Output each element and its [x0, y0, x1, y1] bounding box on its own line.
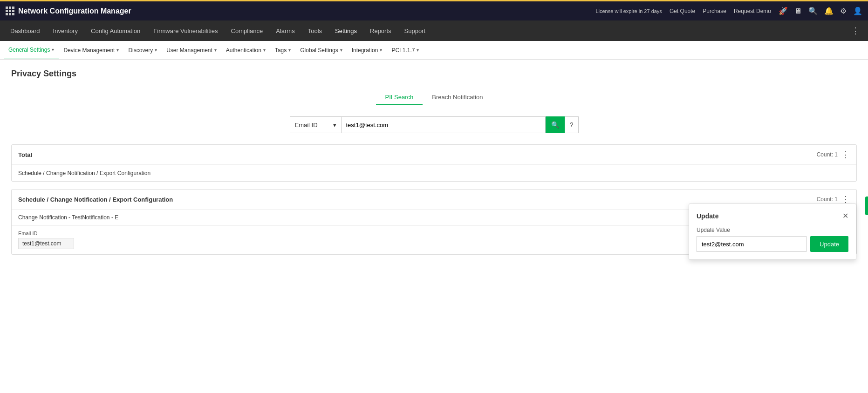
subnav-general-settings[interactable]: General Settings ▾ [4, 41, 59, 60]
nav-settings[interactable]: Settings [328, 20, 363, 41]
license-text: License will expire in 27 days [595, 8, 662, 14]
update-modal-header: Update ✕ [697, 211, 848, 220]
purchase-link[interactable]: Purchase [703, 8, 726, 14]
nav-inventory[interactable]: Inventory [47, 20, 84, 41]
total-more-icon[interactable]: ⋮ [841, 149, 850, 160]
total-title: Total [18, 151, 32, 158]
subnav-authentication[interactable]: Authentication ▾ [221, 41, 270, 60]
subnav-device-management[interactable]: Device Management ▾ [59, 41, 123, 60]
tab-breach-notification[interactable]: Breach Notification [423, 90, 492, 105]
scroll-hint [865, 196, 868, 215]
dropdown-arrow-icon: ▾ [333, 122, 336, 129]
subnav-tags[interactable]: Tags ▾ [270, 41, 295, 60]
tabs-container: PII Search Breach Notification [11, 90, 857, 105]
subnav-pci[interactable]: PCI 1.1.7 ▾ [387, 41, 424, 60]
inner-meta: Count: 1 ⋮ [817, 194, 850, 204]
top-bar-left: Network Configuration Manager [6, 7, 595, 15]
search-icon[interactable]: 🔍 [808, 7, 818, 15]
update-modal: Update ✕ Update Value Update [689, 203, 856, 260]
user-icon[interactable]: 👤 [853, 7, 862, 15]
request-demo-link[interactable]: Request Demo [734, 8, 771, 14]
inner-section: Schedule / Change Notification / Export … [11, 189, 857, 255]
chevron-down-icon: ▾ [340, 47, 342, 53]
subnav-integration[interactable]: Integration ▾ [347, 41, 387, 60]
search-input[interactable] [341, 116, 546, 133]
page-content: Privacy Settings PII Search Breach Notif… [0, 60, 868, 393]
update-value-input[interactable] [697, 236, 806, 252]
total-body: Schedule / Change Notification / Export … [12, 165, 856, 181]
update-button[interactable]: Update [810, 236, 848, 252]
total-count: Count: 1 [817, 151, 838, 158]
subnav-global-settings[interactable]: Global Settings ▾ [295, 41, 347, 60]
nav-compliance[interactable]: Compliance [225, 20, 270, 41]
rocket-icon[interactable]: 🚀 [779, 7, 788, 15]
nav-reports[interactable]: Reports [363, 20, 398, 41]
main-nav: Dashboard Inventory Config Automation Fi… [0, 20, 868, 41]
nav-alarms[interactable]: Alarms [269, 20, 301, 41]
subnav-discovery[interactable]: Discovery ▾ [123, 41, 162, 60]
chevron-down-icon: ▾ [52, 47, 54, 52]
tab-pii-search[interactable]: PII Search [376, 90, 423, 105]
help-button[interactable]: ? [565, 116, 579, 133]
nav-more-icon[interactable]: ⋮ [847, 26, 864, 36]
chevron-down-icon: ▾ [417, 47, 419, 53]
total-section-header: Total Count: 1 ⋮ [12, 145, 856, 165]
chevron-down-icon: ▾ [214, 47, 217, 53]
chevron-down-icon: ▾ [116, 47, 119, 53]
search-bar: Email ID ▾ 🔍 ? [290, 116, 579, 133]
update-value-label: Update Value [697, 227, 848, 233]
nav-support[interactable]: Support [398, 20, 432, 41]
total-body-text: Schedule / Change Notification / Export … [18, 170, 150, 176]
nav-dashboard[interactable]: Dashboard [4, 20, 47, 41]
total-section: Total Count: 1 ⋮ Schedule / Change Notif… [11, 144, 857, 182]
settings-icon[interactable]: ⚙ [840, 7, 847, 15]
sub-nav: General Settings ▾ Device Management ▾ D… [0, 41, 868, 60]
nav-tools[interactable]: Tools [301, 20, 328, 41]
nav-config-automation[interactable]: Config Automation [84, 20, 147, 41]
close-button[interactable]: ✕ [842, 211, 848, 220]
chevron-down-icon: ▾ [288, 47, 291, 53]
bell-icon[interactable]: 🔔 [824, 7, 834, 15]
search-type-select[interactable]: Email ID ▾ [290, 116, 341, 133]
update-modal-title: Update [697, 212, 718, 220]
chevron-down-icon: ▾ [155, 47, 157, 53]
email-value: test1@test.com [18, 238, 74, 249]
inner-count: Count: 1 [817, 196, 838, 203]
app-grid-icon[interactable] [6, 7, 14, 15]
top-bar: Network Configuration Manager License wi… [0, 0, 868, 20]
nav-firmware[interactable]: Firmware Vulnerabilities [147, 20, 224, 41]
monitor-icon[interactable]: 🖥 [794, 7, 802, 15]
get-quote-link[interactable]: Get Quote [670, 8, 695, 14]
update-modal-row: Update [697, 236, 848, 252]
search-button[interactable]: 🔍 [546, 116, 565, 133]
inner-section-title: Schedule / Change Notification / Export … [18, 196, 173, 203]
total-meta: Count: 1 ⋮ [817, 149, 850, 160]
page-title: Privacy Settings [11, 69, 857, 79]
chevron-down-icon: ▾ [263, 47, 266, 53]
subnav-user-management[interactable]: User Management ▾ [162, 41, 221, 60]
app-title: Network Configuration Manager [18, 7, 131, 15]
top-bar-icons: 🚀 🖥 🔍 🔔 ⚙ 👤 [779, 7, 862, 15]
chevron-down-icon: ▾ [380, 47, 382, 53]
top-bar-right: License will expire in 27 days Get Quote… [595, 7, 862, 15]
inner-more-icon[interactable]: ⋮ [841, 194, 850, 204]
